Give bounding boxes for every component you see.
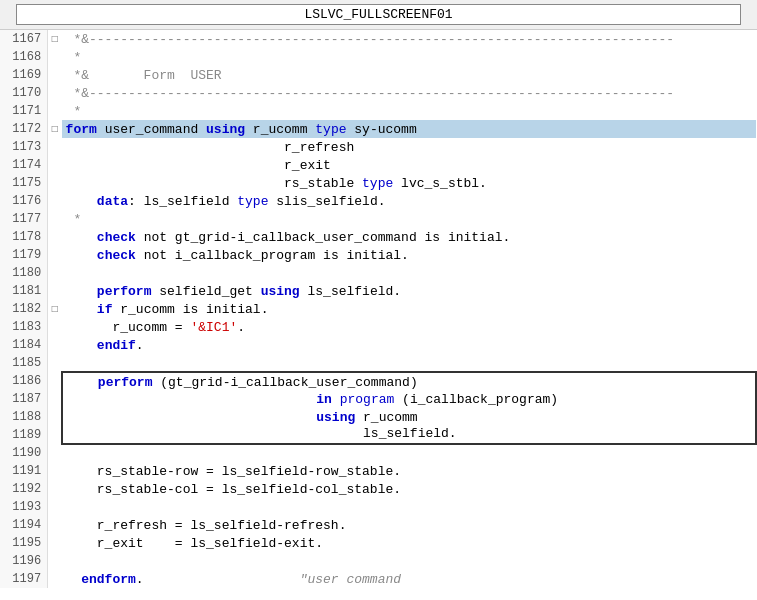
expand-icon bbox=[48, 408, 62, 426]
table-row: 1192 rs_stable-col = ls_selfield-col_sta… bbox=[0, 480, 756, 498]
code-line: r_exit = ls_selfield-exit. bbox=[62, 534, 756, 552]
code-line: endif. bbox=[62, 336, 756, 354]
line-number: 1192 bbox=[0, 480, 48, 498]
table-row: 1185 bbox=[0, 354, 756, 372]
expand-icon bbox=[48, 444, 62, 462]
table-row: 1169 *& Form USER bbox=[0, 66, 756, 84]
expand-icon bbox=[48, 102, 62, 120]
line-number: 1167 bbox=[0, 30, 48, 48]
expand-icon bbox=[48, 264, 62, 282]
line-number: 1191 bbox=[0, 462, 48, 480]
code-line: r_ucomm = '&IC1'. bbox=[62, 318, 756, 336]
line-number: 1169 bbox=[0, 66, 48, 84]
code-line: form user_command using r_ucomm type sy-… bbox=[62, 120, 756, 138]
top-bar bbox=[0, 0, 757, 30]
code-line: *& Form USER bbox=[62, 66, 756, 84]
expand-icon bbox=[48, 48, 62, 66]
code-line: in program (i_callback_program) bbox=[62, 390, 756, 408]
program-input[interactable] bbox=[16, 4, 741, 25]
table-row: 1184 endif. bbox=[0, 336, 756, 354]
table-row: 1175 rs_stable type lvc_s_stbl. bbox=[0, 174, 756, 192]
code-line bbox=[62, 498, 756, 516]
line-number: 1182 bbox=[0, 300, 48, 318]
expand-icon bbox=[48, 174, 62, 192]
code-line: r_refresh bbox=[62, 138, 756, 156]
table-row: 1170 *&---------------------------------… bbox=[0, 84, 756, 102]
expand-icon bbox=[48, 84, 62, 102]
line-number: 1172 bbox=[0, 120, 48, 138]
code-line bbox=[62, 354, 756, 372]
line-number: 1177 bbox=[0, 210, 48, 228]
expand-icon bbox=[48, 156, 62, 174]
line-number: 1195 bbox=[0, 534, 48, 552]
line-number: 1171 bbox=[0, 102, 48, 120]
table-row: 1177 * bbox=[0, 210, 756, 228]
table-row: 1176 data: ls_selfield type slis_selfiel… bbox=[0, 192, 756, 210]
code-line: if r_ucomm is initial. bbox=[62, 300, 756, 318]
table-row: 1167□ *&--------------------------------… bbox=[0, 30, 756, 48]
line-number: 1184 bbox=[0, 336, 48, 354]
table-row: 1180 bbox=[0, 264, 756, 282]
expand-icon bbox=[48, 354, 62, 372]
table-row: 1174 r_exit bbox=[0, 156, 756, 174]
line-number: 1180 bbox=[0, 264, 48, 282]
expand-icon bbox=[48, 426, 62, 444]
code-line bbox=[62, 552, 756, 570]
code-line: rs_stable-row = ls_selfield-row_stable. bbox=[62, 462, 756, 480]
code-line: * bbox=[62, 210, 756, 228]
line-number: 1178 bbox=[0, 228, 48, 246]
line-number: 1197 bbox=[0, 570, 48, 588]
table-row: 1191 rs_stable-row = ls_selfield-row_sta… bbox=[0, 462, 756, 480]
code-line: check not i_callback_program is initial. bbox=[62, 246, 756, 264]
table-row: 1196 bbox=[0, 552, 756, 570]
table-row: 1187 in program (i_callback_program) bbox=[0, 390, 756, 408]
code-line bbox=[62, 264, 756, 282]
table-row: 1173 r_refresh bbox=[0, 138, 756, 156]
code-line: * bbox=[62, 102, 756, 120]
code-line: perform selfield_get using ls_selfield. bbox=[62, 282, 756, 300]
code-line: ls_selfield. bbox=[62, 426, 756, 444]
table-row: 1186 perform (gt_grid-i_callback_user_co… bbox=[0, 372, 756, 390]
line-number: 1194 bbox=[0, 516, 48, 534]
expand-icon bbox=[48, 210, 62, 228]
code-line: *&--------------------------------------… bbox=[62, 84, 756, 102]
code-line: *&--------------------------------------… bbox=[62, 30, 756, 48]
line-number: 1188 bbox=[0, 408, 48, 426]
table-row: 1195 r_exit = ls_selfield-exit. bbox=[0, 534, 756, 552]
table-row: 1168 * bbox=[0, 48, 756, 66]
table-row: 1197 endform. "user command bbox=[0, 570, 756, 588]
code-line: rs_stable-col = ls_selfield-col_stable. bbox=[62, 480, 756, 498]
line-number: 1189 bbox=[0, 426, 48, 444]
expand-icon bbox=[48, 552, 62, 570]
code-line: using r_ucomm bbox=[62, 408, 756, 426]
expand-icon[interactable]: □ bbox=[48, 30, 62, 48]
code-line: rs_stable type lvc_s_stbl. bbox=[62, 174, 756, 192]
expand-icon bbox=[48, 462, 62, 480]
code-line: * bbox=[62, 48, 756, 66]
code-line: endform. "user command bbox=[62, 570, 756, 588]
line-number: 1193 bbox=[0, 498, 48, 516]
expand-icon bbox=[48, 516, 62, 534]
line-number: 1175 bbox=[0, 174, 48, 192]
line-number: 1185 bbox=[0, 354, 48, 372]
table-row: 1189 ls_selfield. bbox=[0, 426, 756, 444]
expand-icon[interactable]: □ bbox=[48, 300, 62, 318]
table-row: 1178 check not gt_grid-i_callback_user_c… bbox=[0, 228, 756, 246]
expand-icon bbox=[48, 336, 62, 354]
expand-icon bbox=[48, 246, 62, 264]
line-number: 1170 bbox=[0, 84, 48, 102]
line-number: 1174 bbox=[0, 156, 48, 174]
expand-icon[interactable]: □ bbox=[48, 120, 62, 138]
expand-icon bbox=[48, 498, 62, 516]
line-number: 1179 bbox=[0, 246, 48, 264]
table-row: 1188 using r_ucomm bbox=[0, 408, 756, 426]
expand-icon bbox=[48, 228, 62, 246]
expand-icon bbox=[48, 534, 62, 552]
code-line: r_exit bbox=[62, 156, 756, 174]
line-number: 1183 bbox=[0, 318, 48, 336]
expand-icon bbox=[48, 138, 62, 156]
line-number: 1186 bbox=[0, 372, 48, 390]
expand-icon bbox=[48, 192, 62, 210]
code-line: perform (gt_grid-i_callback_user_command… bbox=[62, 372, 756, 390]
table-row: 1172□form user_command using r_ucomm typ… bbox=[0, 120, 756, 138]
